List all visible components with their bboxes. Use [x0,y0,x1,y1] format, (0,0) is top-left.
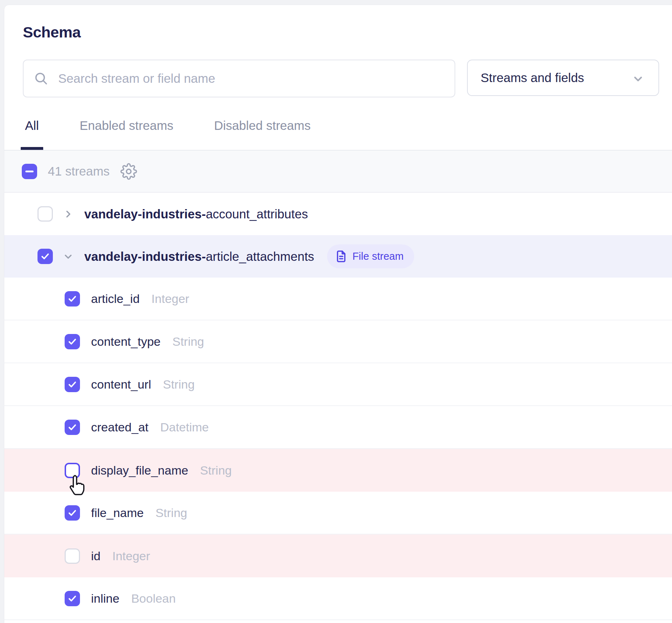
expand-chevron-icon[interactable] [62,208,74,220]
tab-enabled-streams[interactable]: Enabled streams [75,118,178,150]
tab-all[interactable]: All [21,118,43,150]
check-icon [67,508,77,518]
field-checkbox[interactable] [65,420,80,435]
search-box[interactable] [23,60,455,97]
stream-name-prefix: vandelay-industries- [84,207,206,221]
field-name: inline [91,592,119,606]
check-icon [67,337,77,346]
stream-name: vandelay-industries-article_attachments [84,249,314,264]
field-name: display_file_name [91,464,188,477]
expand-chevron-icon[interactable] [62,250,74,263]
check-icon [67,380,77,389]
check-icon [67,594,77,603]
minus-icon [25,171,34,172]
field-row[interactable]: display_file_name String [4,449,672,492]
page-title: Schema [23,24,81,41]
file-stream-badge-label: File stream [352,250,403,262]
field-name: article_id [91,292,140,306]
field-name: created_at [91,420,149,434]
field-row[interactable]: created_at Datetime [4,406,672,449]
stream-list: vandelay-industries-account_attributes v… [4,193,672,620]
field-checkbox[interactable] [65,377,80,392]
stream-checkbox[interactable] [37,206,53,222]
field-type: String [200,464,232,477]
field-row[interactable]: article_id Integer [4,278,672,320]
stream-name-prefix: vandelay-industries- [84,249,206,263]
field-name: content_url [91,378,151,391]
select-all-checkbox[interactable] [22,164,37,179]
schema-panel: Schema Streams and fields All Enabled st… [4,5,672,623]
stream-row[interactable]: vandelay-industries-account_attributes [4,193,672,235]
stream-name-suffix: account_attributes [206,207,308,221]
field-row[interactable]: content_type String [4,320,672,363]
field-type: String [172,335,204,349]
field-type: Integer [112,549,150,563]
field-row[interactable]: file_name String [4,492,672,535]
file-document-icon [335,250,347,263]
stream-name-suffix: article_attachments [206,249,314,263]
search-input[interactable] [58,60,433,97]
field-checkbox[interactable] [65,548,80,564]
field-row[interactable]: id Integer [4,535,672,577]
field-type: String [155,506,187,520]
field-row[interactable]: content_url String [4,363,672,406]
field-type: Integer [151,292,189,306]
tabs: All Enabled streams Disabled streams [21,118,315,150]
field-checkbox[interactable] [65,463,80,478]
streams-toolbar: 41 streams [4,151,672,193]
field-checkbox[interactable] [65,334,80,349]
filter-dropdown[interactable]: Streams and fields [467,60,659,96]
file-stream-badge: File stream [327,244,414,268]
search-icon [34,71,49,86]
stream-name: vandelay-industries-account_attributes [84,207,308,221]
field-name: content_type [91,335,161,349]
check-icon [67,422,77,432]
chevron-down-icon [631,72,645,86]
check-icon [67,294,77,304]
field-type: Datetime [160,420,209,434]
field-name: id [91,549,100,563]
field-row[interactable]: inline Boolean [4,577,672,620]
field-type: String [163,378,195,391]
settings-gear-icon[interactable] [120,163,137,180]
field-type: Boolean [131,592,176,606]
field-name: file_name [91,506,144,520]
field-checkbox[interactable] [65,291,80,307]
stream-row[interactable]: vandelay-industries-article_attachments … [4,235,672,278]
tab-disabled-streams[interactable]: Disabled streams [210,118,315,150]
field-checkbox[interactable] [65,591,80,606]
stream-count: 41 streams [48,164,110,178]
stream-checkbox[interactable] [37,249,53,264]
check-icon [40,252,50,261]
field-checkbox[interactable] [65,505,80,521]
filter-dropdown-value: Streams and fields [481,71,584,85]
